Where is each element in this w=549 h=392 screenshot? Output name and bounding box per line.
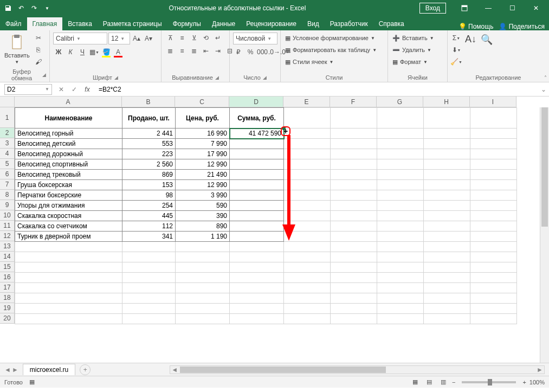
- cell[interactable]: [284, 314, 331, 324]
- clipboard-launcher-icon[interactable]: ◢: [42, 72, 46, 78]
- fill-icon[interactable]: ⬇▼: [451, 44, 462, 55]
- cell[interactable]: [176, 273, 230, 283]
- cell[interactable]: [424, 170, 470, 180]
- cell[interactable]: 2 441: [122, 128, 176, 139]
- cell[interactable]: [424, 242, 470, 252]
- cell[interactable]: [122, 304, 176, 314]
- cell[interactable]: 341: [122, 232, 176, 242]
- orientation-icon[interactable]: ⟲: [201, 33, 211, 43]
- select-all-corner[interactable]: [0, 97, 15, 107]
- cell[interactable]: [470, 128, 517, 139]
- cell[interactable]: [424, 190, 470, 201]
- cell[interactable]: [122, 262, 176, 273]
- cell[interactable]: [424, 252, 470, 262]
- cell[interactable]: [284, 273, 331, 283]
- cell[interactable]: [284, 283, 331, 293]
- cell[interactable]: [377, 128, 424, 139]
- page-break-view-icon[interactable]: ▥: [438, 378, 449, 387]
- cell[interactable]: [424, 221, 470, 232]
- col-header-H[interactable]: H: [423, 97, 470, 107]
- cell[interactable]: [122, 252, 176, 262]
- sheet-nav-prev-icon[interactable]: ◄: [4, 366, 11, 374]
- zoom-slider[interactable]: [462, 381, 516, 383]
- tab-data[interactable]: Данные: [206, 17, 241, 30]
- accounting-icon[interactable]: ₽: [233, 47, 244, 57]
- cell[interactable]: Велосипед трековый: [15, 170, 122, 180]
- cell[interactable]: [15, 304, 122, 314]
- cell[interactable]: [284, 262, 331, 273]
- share-button[interactable]: 👤 Поделиться: [499, 23, 545, 30]
- row-header-7[interactable]: 7: [0, 179, 15, 190]
- align-bottom-icon[interactable]: ⊻: [189, 33, 199, 43]
- cell[interactable]: [176, 262, 230, 273]
- cell[interactable]: [377, 180, 424, 190]
- row-header-1[interactable]: 1: [0, 107, 15, 128]
- cell[interactable]: [377, 201, 424, 211]
- cell[interactable]: [331, 273, 377, 283]
- cell[interactable]: Велосипед спортивный: [15, 159, 122, 170]
- page-layout-view-icon[interactable]: ▤: [424, 378, 435, 387]
- percent-icon[interactable]: %: [245, 47, 256, 57]
- cell[interactable]: [176, 252, 230, 262]
- cell[interactable]: [230, 232, 284, 242]
- cell[interactable]: [176, 304, 230, 314]
- cell[interactable]: 590: [176, 201, 230, 211]
- cell[interactable]: [424, 139, 470, 149]
- row-header-10[interactable]: 10: [0, 210, 15, 221]
- row-header-12[interactable]: 12: [0, 231, 15, 241]
- cell[interactable]: [176, 242, 230, 252]
- cell[interactable]: Упоры для отжимания: [15, 201, 122, 211]
- cell[interactable]: [424, 262, 470, 273]
- cell[interactable]: [377, 149, 424, 159]
- cell[interactable]: [470, 170, 517, 180]
- cell[interactable]: Скакалка со счетчиком: [15, 221, 122, 232]
- clear-icon[interactable]: 🧹▼: [451, 56, 462, 67]
- cell[interactable]: [230, 170, 284, 180]
- sort-filter-button[interactable]: A↓: [464, 33, 477, 46]
- cell[interactable]: [470, 262, 517, 273]
- cell[interactable]: [424, 314, 470, 324]
- row-header-17[interactable]: 17: [0, 282, 15, 293]
- maximize-icon[interactable]: ☐: [501, 0, 523, 16]
- cell[interactable]: [230, 211, 284, 221]
- cell[interactable]: [377, 283, 424, 293]
- font-launcher-icon[interactable]: ◢: [114, 75, 118, 80]
- cell[interactable]: 869: [122, 170, 176, 180]
- login-button[interactable]: Вход: [419, 3, 446, 14]
- formula-input[interactable]: [96, 84, 538, 95]
- decrease-font-icon[interactable]: A▾: [143, 33, 154, 44]
- paste-button[interactable]: Вставить ▼: [3, 33, 31, 66]
- cell[interactable]: [230, 149, 284, 159]
- cells-delete-button[interactable]: ➖ Удалить ▼: [391, 44, 432, 55]
- cell[interactable]: [470, 314, 517, 324]
- format-painter-icon[interactable]: 🖌: [33, 56, 44, 67]
- cell[interactable]: 12 990: [176, 180, 230, 190]
- col-header-C[interactable]: C: [175, 97, 229, 107]
- cell[interactable]: 7 990: [176, 139, 230, 149]
- cell[interactable]: [377, 170, 424, 180]
- cell[interactable]: 1 190: [176, 232, 230, 242]
- cell[interactable]: [230, 314, 284, 324]
- redo-icon[interactable]: ↷: [28, 2, 40, 14]
- cell[interactable]: [331, 128, 377, 139]
- font-name-combo[interactable]: Calibri▼: [53, 33, 107, 44]
- cell[interactable]: [424, 211, 470, 221]
- fx-icon[interactable]: fx: [81, 84, 93, 95]
- row-header-3[interactable]: 3: [0, 138, 15, 149]
- decrease-indent-icon[interactable]: ⇤: [201, 46, 211, 56]
- sheet-nav-next-icon[interactable]: ►: [12, 366, 18, 374]
- cell[interactable]: [470, 304, 517, 314]
- cell[interactable]: [470, 201, 517, 211]
- col-header-G[interactable]: G: [377, 97, 423, 107]
- cell[interactable]: [15, 242, 122, 252]
- cell[interactable]: [122, 273, 176, 283]
- cell[interactable]: Турник в дверной проем: [15, 232, 122, 242]
- cut-icon[interactable]: ✂: [33, 33, 44, 43]
- col-header-E[interactable]: E: [283, 97, 330, 107]
- cell[interactable]: 553: [122, 139, 176, 149]
- cell[interactable]: [377, 232, 424, 242]
- cell[interactable]: [15, 262, 122, 273]
- cell[interactable]: 445: [122, 211, 176, 221]
- cell[interactable]: [331, 293, 377, 304]
- cell[interactable]: Велосипед дорожный: [15, 149, 122, 159]
